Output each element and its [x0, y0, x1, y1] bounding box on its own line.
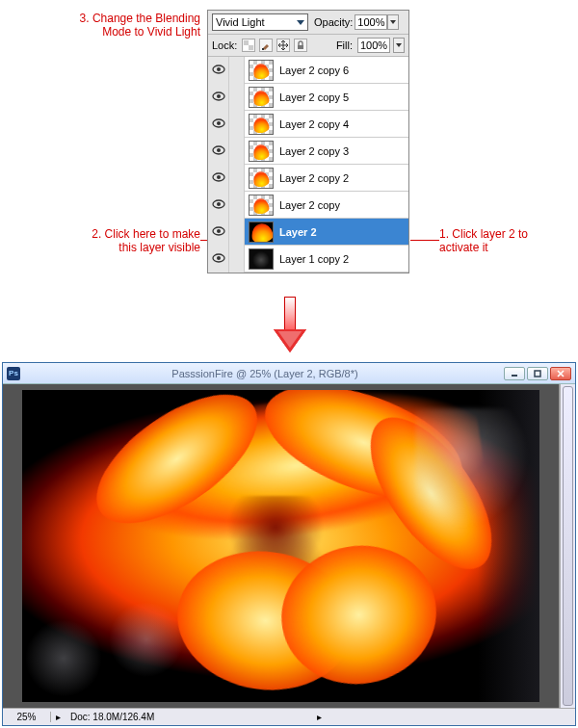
- link-column: [229, 84, 245, 111]
- fill-flyout-button[interactable]: [393, 38, 405, 53]
- close-button[interactable]: [550, 367, 571, 380]
- fill-label: Fill:: [336, 39, 353, 51]
- annotation-step2: 2. Click here to make this layer visible: [87, 227, 200, 254]
- svg-point-12: [217, 148, 221, 152]
- visibility-toggle[interactable]: [208, 165, 229, 192]
- eye-icon: [212, 199, 225, 211]
- link-column: [229, 138, 245, 165]
- layer-name[interactable]: Layer 2 copy: [277, 199, 340, 211]
- statusbar: 25% ▸ Doc: 18.0M/126.4M ▸: [3, 708, 575, 725]
- svg-point-20: [217, 256, 221, 260]
- layers-list: Layer 2 copy 6Layer 2 copy 5Layer 2 copy…: [208, 57, 408, 273]
- link-column: [229, 246, 245, 273]
- titlebar[interactable]: Ps PasssionFire @ 25% (Layer 2, RGB/8*): [3, 363, 575, 384]
- visibility-toggle[interactable]: [208, 219, 229, 246]
- eye-icon: [212, 145, 225, 157]
- svg-rect-22: [535, 371, 540, 377]
- horizontal-scrollbar[interactable]: [329, 712, 571, 723]
- lock-label: Lock:: [212, 39, 237, 51]
- document-window: Ps PasssionFire @ 25% (Layer 2, RGB/8*): [2, 362, 576, 726]
- eye-icon: [212, 91, 225, 103]
- layer-name[interactable]: Layer 2 copy 2: [277, 172, 349, 184]
- artwork: [22, 390, 539, 702]
- layer-thumbnail[interactable]: [249, 195, 274, 216]
- minimize-button[interactable]: [504, 367, 525, 380]
- svg-point-16: [217, 202, 221, 206]
- link-column: [229, 111, 245, 138]
- layer-name[interactable]: Layer 1 copy 2: [277, 253, 349, 265]
- svg-rect-1: [244, 40, 249, 45]
- eye-icon: [212, 118, 225, 130]
- svg-rect-4: [298, 45, 303, 49]
- layer-thumbnail[interactable]: [249, 87, 274, 108]
- visibility-toggle[interactable]: [208, 57, 229, 84]
- layer-name[interactable]: Layer 2 copy 6: [277, 65, 349, 76]
- layer-row[interactable]: Layer 2 copy 5: [208, 84, 408, 111]
- layer-row[interactable]: Layer 2 copy 2: [208, 165, 408, 192]
- blend-mode-dropdown[interactable]: Vivid Light: [212, 13, 308, 31]
- link-column: [229, 57, 245, 84]
- layer-thumbnail[interactable]: [249, 60, 274, 81]
- opacity-value[interactable]: 100%: [355, 14, 387, 30]
- svg-point-10: [217, 121, 221, 125]
- annotation-step3: 3. Change the Blending Mode to Vivid Lig…: [56, 12, 200, 39]
- visibility-toggle[interactable]: [208, 111, 229, 138]
- eye-icon: [212, 172, 225, 184]
- blend-mode-value: Vivid Light: [216, 16, 265, 28]
- lock-position-icon[interactable]: [276, 39, 290, 52]
- window-title: PasssionFire @ 25% (Layer 2, RGB/8*): [26, 368, 504, 379]
- eye-icon: [212, 65, 225, 76]
- info-flyout-icon[interactable]: ▸: [312, 712, 326, 722]
- eye-icon: [212, 253, 225, 265]
- layer-name[interactable]: Layer 2 copy 4: [277, 118, 349, 130]
- app-icon: Ps: [7, 367, 20, 380]
- layer-thumbnail[interactable]: [249, 141, 274, 162]
- layer-thumbnail[interactable]: [249, 221, 274, 243]
- layer-row[interactable]: Layer 2: [208, 219, 408, 246]
- lock-transparency-icon[interactable]: [242, 39, 255, 52]
- layer-thumbnail[interactable]: [249, 114, 274, 135]
- opacity-flyout-button[interactable]: [387, 14, 399, 30]
- maximize-button[interactable]: [527, 367, 548, 380]
- layer-thumbnail[interactable]: [249, 248, 274, 270]
- svg-point-8: [217, 94, 221, 98]
- svg-point-6: [217, 67, 221, 71]
- visibility-toggle[interactable]: [208, 192, 229, 219]
- eye-icon: [212, 226, 225, 238]
- layer-row[interactable]: Layer 2 copy 3: [208, 138, 408, 165]
- zoom-flyout-icon[interactable]: ▸: [51, 712, 65, 722]
- layer-row[interactable]: Layer 2 copy 4: [208, 111, 408, 138]
- link-column: [229, 219, 245, 246]
- svg-point-18: [217, 229, 221, 233]
- link-column: [229, 165, 245, 192]
- visibility-toggle[interactable]: [208, 246, 229, 273]
- svg-rect-2: [249, 45, 253, 50]
- layers-panel: Vivid Light Opacity: 100% Lock: Fill: 10…: [207, 10, 409, 273]
- chevron-down-icon: [297, 20, 304, 25]
- fill-value[interactable]: 100%: [357, 38, 390, 53]
- doc-info: Doc: 18.0M/126.4M: [65, 712, 312, 722]
- lock-pixels-icon[interactable]: [259, 39, 273, 52]
- layer-name[interactable]: Layer 2 copy 5: [277, 91, 349, 103]
- layer-row[interactable]: Layer 2 copy 6: [208, 57, 408, 84]
- annotation-step1: 1. Click layer 2 to activate it: [439, 227, 555, 254]
- vertical-scrollbar[interactable]: [560, 384, 575, 708]
- layer-row[interactable]: Layer 1 copy 2: [208, 246, 408, 273]
- lock-all-icon[interactable]: [294, 39, 307, 52]
- layer-thumbnail[interactable]: [249, 168, 274, 189]
- visibility-toggle[interactable]: [208, 138, 229, 165]
- visibility-toggle[interactable]: [208, 84, 229, 111]
- layer-name[interactable]: Layer 2: [277, 226, 317, 238]
- arrow-down-icon: [274, 297, 306, 354]
- svg-rect-21: [512, 375, 517, 377]
- layer-name[interactable]: Layer 2 copy 3: [277, 145, 349, 157]
- canvas[interactable]: [3, 384, 560, 708]
- opacity-label: Opacity:: [314, 16, 353, 28]
- svg-point-14: [217, 175, 221, 179]
- svg-rect-3: [262, 48, 264, 50]
- link-column: [229, 192, 245, 219]
- layer-row[interactable]: Layer 2 copy: [208, 192, 408, 219]
- zoom-level[interactable]: 25%: [3, 712, 51, 722]
